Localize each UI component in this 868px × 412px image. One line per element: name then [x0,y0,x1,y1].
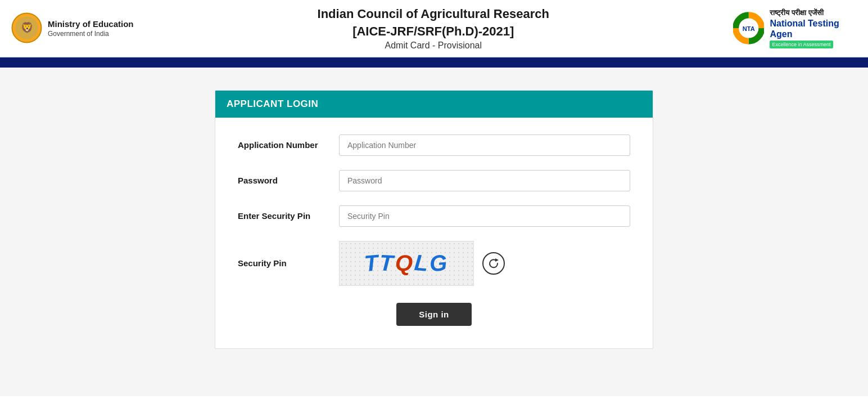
svg-text:🦁: 🦁 [21,21,34,34]
security-pin-input-label: Enter Security Pin [238,210,339,222]
ministry-sub: Government of India [48,30,134,38]
nta-english-name: National Testing Agen [770,18,857,39]
captcha-container: TTQLG [339,241,505,286]
login-card: APPLICANT LOGIN Application Number Passw… [215,90,653,349]
main-content-area: APPLICANT LOGIN Application Number Passw… [0,68,868,396]
password-label: Password [238,174,339,186]
nta-hindi-name: राष्ट्रीय परीक्षा एजेंसी [770,8,823,18]
ministry-emblem: 🦁 [11,12,42,43]
page-subtitle: Admit Card - Provisional [134,41,733,51]
password-row: Password [238,170,630,191]
nta-tagline: Excellence in Assessment [770,41,833,48]
application-number-input[interactable] [339,135,630,156]
captcha-text: TTQLG [364,250,449,276]
nta-branding: NTA राष्ट्रीय परीक्षा एजेंसी National Te… [733,8,857,49]
svg-marker-7 [495,258,499,262]
refresh-icon [488,258,499,269]
signin-row: Sign in [238,303,630,326]
page-title: Indian Council of Agricultural Research … [134,6,733,41]
login-card-header: APPLICANT LOGIN [215,91,653,118]
application-number-row: Application Number [238,135,630,156]
nta-logo: NTA [733,11,764,45]
captcha-refresh-button[interactable] [482,252,505,275]
login-card-body: Application Number Password Enter Securi… [215,118,653,348]
application-number-label: Application Number [238,139,339,151]
signin-button[interactable]: Sign in [396,303,472,326]
password-input[interactable] [339,170,630,191]
ministry-text-block: Ministry of Education Government of Indi… [48,19,134,38]
ministry-branding: 🦁 Ministry of Education Government of In… [11,12,134,43]
security-pin-input-row: Enter Security Pin [238,205,630,227]
captcha-image: TTQLG [339,241,474,286]
captcha-label: Security Pin [238,258,339,268]
nta-text-block: राष्ट्रीय परीक्षा एजेंसी National Testin… [770,8,857,49]
security-pin-input[interactable] [339,205,630,227]
svg-text:NTA: NTA [743,25,755,32]
page-title-block: Indian Council of Agricultural Research … [134,6,733,51]
captcha-row: Security Pin TTQLG [238,241,630,286]
page-header: 🦁 Ministry of Education Government of In… [0,0,868,57]
login-card-title: APPLICANT LOGIN [227,98,641,110]
ministry-name: Ministry of Education [48,19,134,30]
blue-divider-bar [0,57,868,68]
